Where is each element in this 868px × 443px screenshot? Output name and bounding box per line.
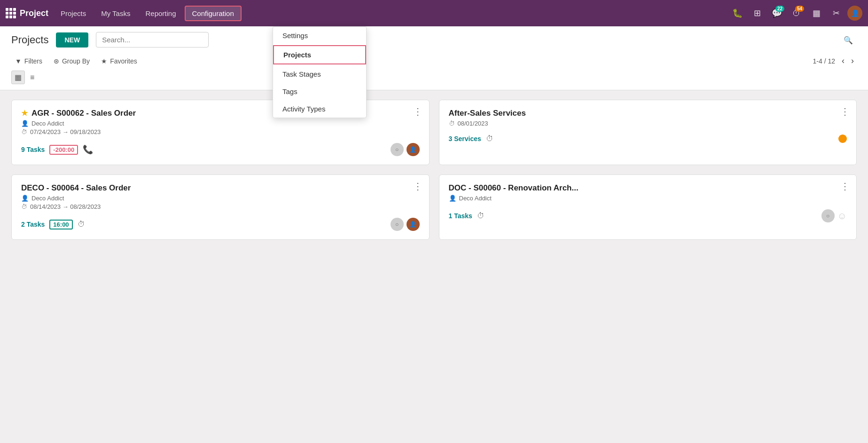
search-icon[interactable]: 🔍 xyxy=(844,35,853,44)
project-card-after-sales: ⋮ After-Sales Services ⏱ 08/01/2023 3 Se… xyxy=(439,100,857,165)
card-subtitle-deco: 👤 Deco Addict xyxy=(21,195,420,202)
dropdown-task-stages[interactable]: Task Stages xyxy=(273,65,366,83)
card-avatars-doc: ○ ☺ xyxy=(821,209,847,222)
card-avatars-after-sales xyxy=(838,134,847,143)
search-wrapper: 🔍 xyxy=(96,32,857,47)
top-navigation: Project Projects My Tasks Reporting Conf… xyxy=(0,0,868,26)
card-subtitle-agr: 👤 Deco Addict xyxy=(21,120,420,127)
tools-icon[interactable]: ✂ xyxy=(828,5,845,22)
user-avatar[interactable]: 👤 xyxy=(847,6,862,21)
card-kebab-agr[interactable]: ⋮ xyxy=(413,107,422,116)
chat-icon[interactable]: 💬 22 xyxy=(768,5,785,22)
card-avatars-deco: ○ 👤 xyxy=(391,218,420,231)
grid-icon xyxy=(6,8,16,18)
card-badge-deco: 16:00 xyxy=(49,220,72,229)
pagination-prev[interactable]: ‹ xyxy=(839,55,847,67)
card-title-after-sales: After-Sales Services xyxy=(449,109,847,118)
avatar-user-deco: 👤 xyxy=(407,218,420,231)
card-avatars-agr: ○ 👤 xyxy=(391,143,420,156)
kanban-view-btn[interactable]: ▦ xyxy=(11,71,25,84)
pagination-controls: ‹ › xyxy=(839,55,857,67)
pagination-info: 1-4 / 12 xyxy=(813,57,835,65)
tasks-count-deco: 2 Tasks xyxy=(21,221,45,228)
subheader: Projects NEW 🔍 ▼ Filters ⊛ Group By ★ Fa… xyxy=(0,26,868,90)
card-date-after-sales: ⏱ 08/01/2023 xyxy=(449,120,847,127)
favorites-button[interactable]: ★ Favorites xyxy=(97,55,141,67)
project-card-agr: ⋮ ★ AGR - S00062 - Sales Order 👤 Deco Ad… xyxy=(11,100,430,165)
star-icon-agr: ★ xyxy=(21,109,28,117)
card-kebab-after-sales[interactable]: ⋮ xyxy=(840,107,850,116)
filter-row: ▼ Filters ⊛ Group By ★ Favorites 1-4 / 1… xyxy=(11,52,857,67)
favorites-label: Favorites xyxy=(110,57,137,65)
status-dot-after-sales xyxy=(838,134,847,143)
card-kebab-deco[interactable]: ⋮ xyxy=(413,182,422,191)
groupby-button[interactable]: ⊛ Group By xyxy=(50,55,94,67)
clock-icon2-deco: ⏱ xyxy=(78,220,85,229)
card-title-deco: DECO - S00064 - Sales Order xyxy=(21,183,420,193)
nav-projects[interactable]: Projects xyxy=(54,7,93,20)
nav-reporting[interactable]: Reporting xyxy=(139,7,182,20)
nav-configuration[interactable]: Configuration xyxy=(185,6,242,21)
app-logo[interactable]: Project xyxy=(6,8,48,18)
project-card-deco: ⋮ DECO - S00064 - Sales Order 👤 Deco Add… xyxy=(11,174,430,240)
filter-funnel-icon: ▼ xyxy=(15,57,22,65)
list-view-btn[interactable]: ≡ xyxy=(27,71,38,84)
chat-badge: 22 xyxy=(775,6,784,12)
groupby-label: Group By xyxy=(62,57,90,65)
filters-button[interactable]: ▼ Filters xyxy=(11,55,46,67)
card-kebab-doc[interactable]: ⋮ xyxy=(840,182,850,191)
tasks-count-agr: 9 Tasks xyxy=(21,146,45,153)
card-badge-agr: -200:00 xyxy=(49,145,78,155)
card-footer-doc: 1 Tasks ⏱ ○ ☺ xyxy=(449,209,847,222)
clock-icon-deco: ⏱ xyxy=(21,203,27,210)
card-title-doc: DOC - S00060 - Renovation Arch... xyxy=(449,183,847,193)
dropdown-settings[interactable]: Settings xyxy=(273,27,366,44)
star-icon: ★ xyxy=(101,57,107,65)
main-content: ⋮ ★ AGR - S00062 - Sales Order 👤 Deco Ad… xyxy=(0,90,868,249)
spreadsheet-icon[interactable]: ▦ xyxy=(808,5,825,22)
pagination-next[interactable]: › xyxy=(848,55,857,67)
project-card-doc: ⋮ DOC - S00060 - Renovation Arch... 👤 De… xyxy=(439,174,857,240)
new-button[interactable]: NEW xyxy=(56,32,88,47)
card-footer-agr: 9 Tasks -200:00 📞 ○ 👤 xyxy=(21,143,420,156)
tasks-count-doc: 1 Tasks xyxy=(449,212,472,220)
phone-icon-agr: 📞 xyxy=(83,144,93,155)
timer-badge: 54 xyxy=(795,6,804,12)
view-toggle: ▦ ≡ xyxy=(11,71,857,84)
dropdown-tags[interactable]: Tags xyxy=(273,83,366,100)
project-cards-grid: ⋮ ★ AGR - S00062 - Sales Order 👤 Deco Ad… xyxy=(11,100,857,240)
search-input[interactable] xyxy=(96,32,209,47)
card-subtitle-doc: 👤 Deco Addict xyxy=(449,195,847,202)
avatar-user-agr: 👤 xyxy=(407,143,420,156)
timer-icon[interactable]: ⏱ 54 xyxy=(788,5,805,22)
configuration-dropdown: Settings Projects Task Stages Tags Activ… xyxy=(273,26,367,118)
person-icon-deco: 👤 xyxy=(21,195,29,202)
avatar-circle-deco: ○ xyxy=(391,218,404,231)
clock-icon-doc: ⏱ xyxy=(477,212,485,220)
card-date-agr: ⏱ 07/24/2023 → 09/18/2023 xyxy=(21,128,420,135)
card-date-deco: ⏱ 08/14/2023 → 08/28/2023 xyxy=(21,203,420,210)
clock-icon2-after-sales: ⏱ xyxy=(486,134,493,143)
avatar-circle-doc: ○ xyxy=(821,209,835,222)
nav-my-tasks[interactable]: My Tasks xyxy=(94,7,137,20)
person-icon-doc: 👤 xyxy=(449,195,456,202)
person-icon-agr: 👤 xyxy=(21,120,29,127)
topnav-icons: 🐛 ⊞ 💬 22 ⏱ 54 ▦ ✂ 👤 xyxy=(729,5,862,22)
apps-icon[interactable]: ⊞ xyxy=(749,5,766,22)
card-footer-after-sales: 3 Services ⏱ xyxy=(449,134,847,143)
clock-icon-agr: ⏱ xyxy=(21,128,27,135)
page-title: Projects xyxy=(11,34,48,46)
filters-label: Filters xyxy=(24,57,42,65)
avatar-circle-agr: ○ xyxy=(391,143,404,156)
app-title: Project xyxy=(20,8,48,18)
clock-icon-after-sales: ⏱ xyxy=(449,120,455,127)
smiley-icon-doc: ☺ xyxy=(837,211,847,222)
groupby-icon: ⊛ xyxy=(54,57,59,65)
debug-icon[interactable]: 🐛 xyxy=(729,5,746,22)
card-footer-deco: 2 Tasks 16:00 ⏱ ○ 👤 xyxy=(21,218,420,231)
dropdown-projects[interactable]: Projects xyxy=(273,45,366,64)
dropdown-activity-types[interactable]: Activity Types xyxy=(273,100,366,118)
tasks-count-after-sales: 3 Services xyxy=(449,135,481,142)
